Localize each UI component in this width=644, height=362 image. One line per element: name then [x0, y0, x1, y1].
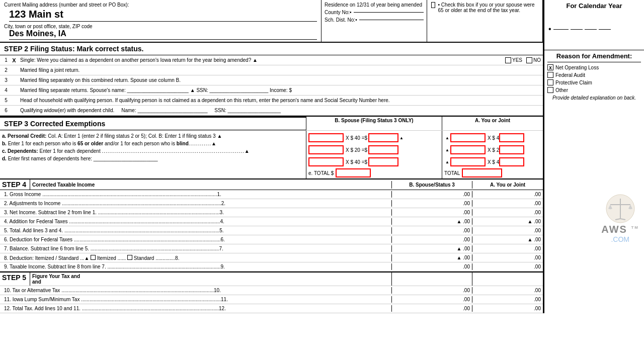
county-bullet: •	[350, 10, 352, 15]
step3-spouse-result-b[interactable]	[368, 145, 398, 154]
step4-val-b-3: .00	[392, 209, 472, 216]
step3-spouse-input-a[interactable]	[308, 133, 344, 142]
yes-checkbox[interactable]	[505, 57, 511, 63]
year-underline-2	[571, 29, 583, 30]
no-option[interactable]: NO	[526, 57, 541, 63]
step4-val-b-8: ▲ .00	[392, 254, 472, 261]
step4-row-8: 8. Deduction: Itemized / Standard ...▲ I…	[0, 253, 543, 262]
year-underline-4	[599, 29, 611, 30]
step4-row-9: 9. Taxable Income. Subtract line 8 from …	[0, 262, 543, 272]
sched-label: Sch. Dist. No:	[325, 17, 355, 23]
step3-spouse-col: X $ 40 = $ ▲ X $ 20 = $ X $ 40 =	[306, 131, 442, 178]
step4-row-2: 2. Adjustments to Income ...............…	[0, 199, 543, 208]
step4-label-4: 4. Addition for Federal Taxes ..........…	[0, 218, 392, 225]
net-loss-checkbox[interactable]: x	[547, 64, 553, 70]
step3-joint-input-c[interactable]	[450, 157, 486, 166]
step4-header-row: STEP 4 Corrected Taxable Income B. Spous…	[0, 178, 543, 190]
yes-option[interactable]: YES	[505, 57, 522, 63]
calendar-year-line: •	[548, 25, 640, 34]
step3-title: STEP 3 Corrected Exemptions	[0, 117, 306, 130]
filing-row-6: 6 Qualifying widow(er) with dependent ch…	[0, 106, 543, 116]
other-checkbox[interactable]	[547, 87, 553, 93]
step3-joint-result-b[interactable]	[499, 145, 524, 154]
protective-claim-label: Protective Claim	[555, 80, 592, 85]
county-label: County No:	[325, 10, 350, 15]
step5-container: STEP 5 Figure Your Tax and and 10. Tax o…	[0, 272, 543, 313]
protective-claim-checkbox[interactable]	[547, 79, 553, 85]
step4-col-a-header: A. You or Joint	[472, 181, 543, 189]
step3-joint-result-c[interactable]	[499, 157, 524, 166]
row-text-5: Head of household with qualifying person…	[18, 98, 541, 103]
step3-joint-result-a[interactable]	[499, 133, 524, 142]
step4-row-6: 6. Deduction for Federal Taxes .........…	[0, 235, 543, 244]
age-checkbox[interactable]	[431, 2, 435, 8]
step5-header-row: STEP 5 Figure Your Tax and and	[0, 272, 543, 286]
watermark-area: AWS TM .COM	[544, 103, 644, 253]
step3-container: STEP 3 Corrected Exemptions B. Spouse (F…	[0, 116, 543, 178]
step3-spouse-result-c[interactable]	[368, 157, 398, 166]
step3-joint-input-b[interactable]	[450, 145, 486, 154]
filing-row-1: 1 X Single: Were you claimed as a depend…	[0, 55, 543, 65]
step4-val-a-6: ▲ .00	[472, 236, 543, 243]
step3-joint-row-b: ▲ X $ 2	[444, 145, 541, 154]
aws-watermark: AWS TM .COM	[601, 194, 639, 243]
step3-joint-row-a: ▲ X $ 4	[444, 133, 541, 142]
county-block: County No: • Sch. Dist. No: •	[325, 10, 424, 23]
step4-val-a-2: .00	[472, 200, 543, 207]
row-num-1: 1	[2, 57, 10, 63]
county-row: County No: •	[325, 10, 424, 15]
step3-spouse-mult-a: X $ 40 =	[346, 135, 365, 141]
step4-val-a-3: .00	[472, 209, 543, 216]
step3-joint-row-c: ▲ X $ 4	[444, 157, 541, 166]
no-checkbox[interactable]	[526, 57, 532, 63]
step4-val-a-4: ▲ .00	[472, 218, 543, 225]
step3-total-label-b: e. TOTAL $	[308, 170, 334, 176]
step5-rows: 10. Tax or Alternative Tax .............…	[0, 286, 543, 313]
step3-spouse-dollar-b: $	[365, 147, 368, 153]
calendar-bullet: •	[548, 25, 551, 34]
step5-label-10: 10. Tax or Alternative Tax .............…	[0, 287, 392, 294]
row-num-5: 5	[2, 98, 10, 103]
step4-val-b-5: .00	[392, 227, 472, 234]
step5-row-11: 11. Iowa Lump Sum/Minimum Tax ..........…	[0, 295, 543, 304]
step5-val-a-10: .00	[472, 287, 543, 294]
standard-checkbox[interactable]	[127, 255, 132, 260]
itemized-checkbox[interactable]	[91, 255, 96, 260]
step3-spouse-dollar-c: $	[365, 159, 368, 165]
address-value: 123 Main st	[9, 9, 317, 22]
step3-spouse-input-c[interactable]	[308, 157, 344, 166]
residence-label: Residence on 12/31 of year being amended	[325, 2, 424, 8]
net-loss-label: Net Operating Loss	[555, 65, 599, 70]
step4-val-a-9: .00	[472, 263, 543, 270]
step3-spouse-input-b[interactable]	[308, 145, 344, 154]
step4-val-b-7: ▲ .00	[392, 245, 472, 252]
yes-no-block: YES NO	[505, 57, 541, 63]
step3-row-d-label: d. Enter first names of dependents here:…	[2, 156, 304, 161]
filing-row-4: 4 Married filing separate returns. Spous…	[0, 85, 543, 96]
step3-spouse-result-a[interactable]	[368, 133, 398, 142]
step4-label-6: 6. Deduction for Federal Taxes .........…	[0, 236, 392, 243]
residence-block: Residence on 12/31 of year being amended…	[321, 0, 427, 42]
step4-row-1: 1. Gross Income ........................…	[0, 190, 543, 199]
step3-joint-input-a[interactable]	[450, 133, 486, 142]
federal-audit-checkbox[interactable]	[547, 72, 553, 78]
step5-val-a-12: .00	[472, 305, 543, 312]
step3-joint-mult-b: X $ 2	[488, 147, 499, 153]
reason-title: Reason for Amendment:	[547, 52, 641, 62]
step4-val-b-1: .00	[392, 191, 472, 198]
sched-bullet: •	[355, 17, 357, 23]
step3-spouse-mult-b: X $ 20 =	[346, 147, 365, 153]
sched-line	[359, 20, 424, 20]
row-check-1: X	[10, 57, 18, 63]
step5-val-a-11: .00	[472, 296, 543, 303]
triangle-ja: ▲	[445, 136, 449, 140]
step4-val-a-5: .00	[472, 227, 543, 234]
step3-spouse-total-input[interactable]	[336, 168, 371, 177]
step3-joint-col: ▲ X $ 4 ▲ X $ 2 ▲ X $ 4	[442, 131, 543, 178]
reason-block: Reason for Amendment: x Net Operating Lo…	[544, 50, 644, 103]
step4-side-label: Corrected Taxable Income	[30, 181, 392, 189]
federal-audit-row: Federal Audit	[547, 72, 641, 78]
step4-val-a-8: .00	[472, 254, 543, 261]
step3-joint-total-input[interactable]	[462, 168, 502, 177]
yes-label: YES	[512, 57, 522, 63]
